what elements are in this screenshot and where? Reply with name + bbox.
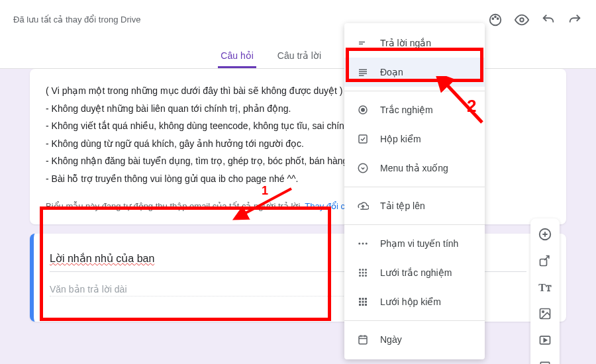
- grid-check-icon: [356, 295, 370, 308]
- svg-point-35: [359, 275, 361, 277]
- answer-placeholder: Văn bản trả lời dài: [50, 284, 350, 296]
- type-short-answer[interactable]: Trả lời ngắn: [344, 28, 485, 58]
- add-question-button[interactable]: [533, 222, 557, 246]
- paragraph-icon: [356, 66, 370, 79]
- svg-rect-9: [540, 259, 547, 266]
- svg-point-27: [362, 243, 364, 245]
- svg-point-33: [362, 272, 364, 274]
- svg-point-25: [358, 163, 368, 173]
- svg-rect-44: [359, 304, 361, 306]
- radio-icon: [356, 103, 370, 116]
- type-checkbox-grid[interactable]: Lưới hộp kiểm: [344, 287, 485, 316]
- preview-icon[interactable]: [514, 12, 530, 28]
- redo-icon[interactable]: [567, 12, 583, 28]
- svg-rect-38: [359, 298, 361, 300]
- svg-rect-16: [359, 42, 365, 43]
- add-image-button[interactable]: [533, 302, 557, 326]
- svg-rect-41: [359, 301, 361, 303]
- add-video-button[interactable]: [533, 328, 557, 352]
- svg-rect-43: [365, 301, 367, 303]
- svg-marker-13: [544, 339, 546, 342]
- type-file-upload[interactable]: Tải tệp lên: [344, 191, 485, 220]
- svg-point-2: [495, 17, 496, 18]
- question-title-input[interactable]: Lời nhắn nhủ của ban: [50, 252, 154, 267]
- svg-point-32: [359, 272, 361, 274]
- upload-icon: [356, 199, 370, 212]
- undo-icon[interactable]: [540, 12, 556, 28]
- add-section-button[interactable]: [533, 355, 557, 364]
- short-text-icon: [356, 36, 370, 50]
- add-title-button[interactable]: Tᴛ: [533, 275, 557, 299]
- change-setting-link[interactable]: Thay đổi cà: [305, 201, 350, 211]
- svg-point-23: [362, 109, 365, 112]
- svg-point-34: [365, 272, 367, 274]
- svg-point-29: [359, 269, 361, 271]
- svg-point-30: [362, 269, 364, 271]
- svg-rect-19: [359, 71, 367, 73]
- linear-icon: [356, 237, 370, 250]
- svg-point-1: [492, 18, 493, 19]
- palette-icon[interactable]: [487, 12, 503, 28]
- type-multiple-choice[interactable]: Trắc nghiệm: [344, 95, 485, 124]
- svg-rect-47: [359, 336, 367, 344]
- svg-rect-17: [359, 44, 363, 45]
- question-card[interactable]: Lời nhắn nhủ của ban Văn bản trả lời dài: [30, 234, 566, 322]
- svg-point-26: [358, 243, 360, 245]
- type-mc-grid[interactable]: Lưới trắc nghiệm: [344, 258, 485, 287]
- tab-questions[interactable]: Câu hỏi: [218, 45, 256, 68]
- type-checkbox[interactable]: Hộp kiểm: [344, 124, 485, 154]
- type-linear-scale[interactable]: Phạm vi tuyến tính: [344, 229, 485, 258]
- import-question-button[interactable]: [533, 249, 557, 273]
- annotation-label-2: 2: [467, 96, 476, 116]
- tab-bar: Câu hỏi Câu trả lời Cài đặt: [0, 40, 596, 69]
- checkbox-icon: [356, 132, 370, 146]
- type-paragraph[interactable]: Đoạn: [344, 58, 485, 87]
- svg-rect-18: [359, 69, 367, 71]
- side-toolbar: Tᴛ: [530, 218, 560, 364]
- save-status: Đã lưu tất cả thay đổi trong Drive: [13, 15, 140, 26]
- svg-rect-42: [362, 301, 364, 303]
- svg-rect-24: [359, 135, 367, 143]
- dropdown-icon: [356, 161, 370, 175]
- question-type-dropdown: Trả lời ngắn Đoạn Trắc nghiệm Hộp kiểm M…: [344, 23, 485, 359]
- annotation-label-1: 1: [262, 184, 268, 198]
- svg-point-36: [362, 275, 364, 277]
- svg-point-11: [542, 311, 544, 313]
- svg-rect-46: [365, 304, 367, 306]
- type-dropdown[interactable]: Menu thả xuống: [344, 154, 485, 183]
- tab-responses[interactable]: Câu trả lời: [275, 45, 324, 68]
- svg-rect-40: [365, 298, 367, 300]
- svg-rect-21: [359, 75, 364, 77]
- description-card: ( Vi phạm một trong những mục dưới đây t…: [30, 69, 566, 224]
- calendar-icon: [356, 333, 370, 346]
- svg-point-37: [365, 275, 367, 277]
- svg-rect-45: [362, 304, 364, 306]
- svg-point-4: [520, 18, 524, 22]
- svg-rect-39: [362, 298, 364, 300]
- svg-rect-20: [359, 73, 367, 75]
- svg-point-3: [497, 18, 499, 19]
- svg-point-28: [366, 243, 368, 245]
- type-date[interactable]: Ngày: [344, 325, 485, 354]
- svg-point-31: [365, 269, 367, 271]
- grid-radio-icon: [356, 266, 370, 279]
